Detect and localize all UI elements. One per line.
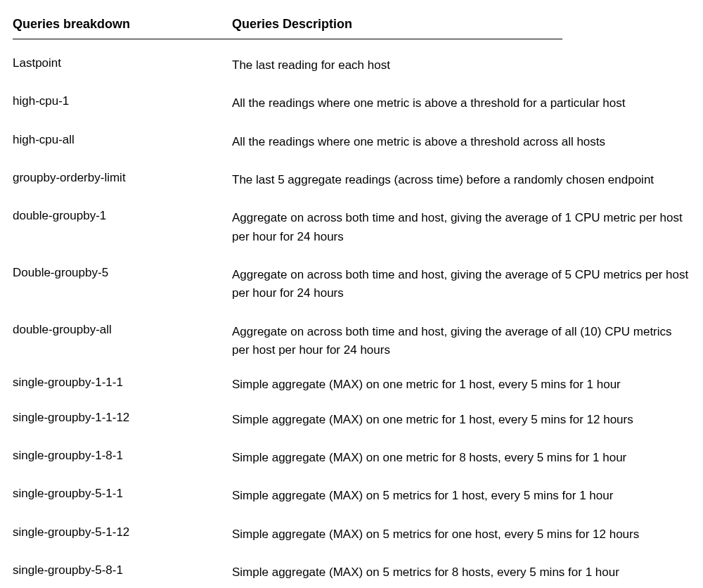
table-row: double-groupby-1Aggregate on across both… bbox=[13, 199, 690, 256]
table-row: single-groupby-1-8-1Simple aggregate (MA… bbox=[13, 439, 690, 477]
table-row: single-groupby-1-1-12Simple aggregate (M… bbox=[13, 401, 690, 439]
table-row: high-cpu-1All the readings where one met… bbox=[13, 84, 690, 122]
queries-table: Queries breakdown Queries Description La… bbox=[13, 17, 690, 588]
cell-description: Simple aggregate (MAX) on 5 metrics for … bbox=[232, 525, 690, 544]
table-row: single-groupby-5-1-1Simple aggregate (MA… bbox=[13, 477, 690, 515]
cell-description: All the readings where one metric is abo… bbox=[232, 133, 690, 151]
cell-description: The last 5 aggregate readings (across ti… bbox=[232, 171, 690, 189]
cell-breakdown: groupby-orderby-limit bbox=[13, 171, 232, 185]
table-row: high-cpu-allAll the readings where one m… bbox=[13, 123, 690, 161]
table-header: Queries breakdown Queries Description bbox=[13, 17, 562, 39]
cell-breakdown: high-cpu-1 bbox=[13, 94, 232, 108]
table-row: single-groupby-5-8-1Simple aggregate (MA… bbox=[13, 554, 690, 588]
cell-breakdown: single-groupby-5-8-1 bbox=[13, 563, 232, 577]
cell-description: All the readings where one metric is abo… bbox=[232, 94, 690, 113]
cell-description: The last reading for each host bbox=[232, 56, 690, 75]
cell-breakdown: double-groupby-1 bbox=[13, 209, 232, 223]
table-row: single-groupby-1-1-1Simple aggregate (MA… bbox=[13, 369, 690, 400]
cell-description: Simple aggregate (MAX) on 5 metrics for … bbox=[232, 487, 690, 505]
cell-description: Simple aggregate (MAX) on one metric for… bbox=[232, 411, 690, 429]
table-row: LastpointThe last reading for each host bbox=[13, 46, 690, 84]
table-row: double-groupby-allAggregate on across bo… bbox=[13, 313, 690, 370]
table-row: Double-groupby-5Aggregate on across both… bbox=[13, 256, 690, 313]
cell-description: Aggregate on across both time and host, … bbox=[232, 266, 690, 303]
cell-breakdown: Lastpoint bbox=[13, 56, 232, 70]
cell-description: Simple aggregate (MAX) on one metric for… bbox=[232, 449, 690, 467]
cell-breakdown: Double-groupby-5 bbox=[13, 266, 232, 280]
cell-breakdown: single-groupby-5-1-12 bbox=[13, 525, 232, 539]
cell-breakdown: single-groupby-1-8-1 bbox=[13, 449, 232, 463]
table-body: LastpointThe last reading for each hosth… bbox=[13, 39, 690, 588]
cell-breakdown: single-groupby-1-1-1 bbox=[13, 376, 232, 390]
cell-breakdown: single-groupby-5-1-1 bbox=[13, 487, 232, 501]
header-breakdown: Queries breakdown bbox=[13, 17, 232, 32]
cell-breakdown: single-groupby-1-1-12 bbox=[13, 411, 232, 425]
cell-breakdown: high-cpu-all bbox=[13, 133, 232, 147]
cell-description: Simple aggregate (MAX) on one metric for… bbox=[232, 376, 690, 394]
cell-description: Aggregate on across both time and host, … bbox=[232, 323, 690, 360]
cell-breakdown: double-groupby-all bbox=[13, 323, 232, 337]
cell-description: Aggregate on across both time and host, … bbox=[232, 209, 690, 246]
cell-description: Simple aggregate (MAX) on 5 metrics for … bbox=[232, 563, 690, 582]
header-description: Queries Description bbox=[232, 17, 562, 32]
table-row: single-groupby-5-1-12Simple aggregate (M… bbox=[13, 516, 690, 554]
table-row: groupby-orderby-limitThe last 5 aggregat… bbox=[13, 161, 690, 199]
